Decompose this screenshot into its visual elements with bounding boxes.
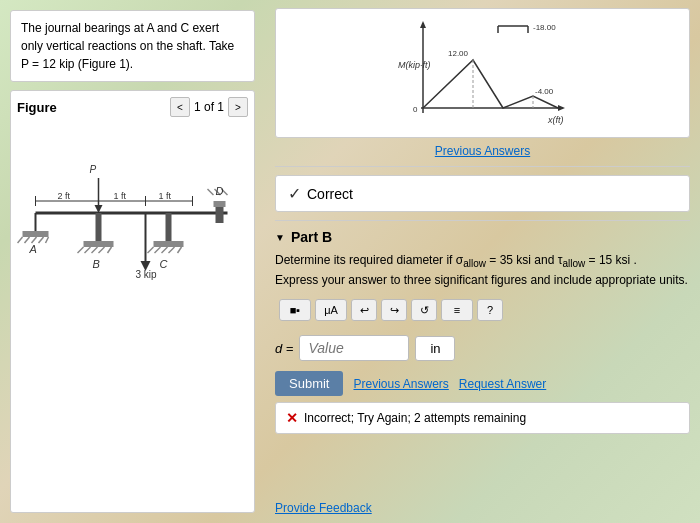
figure-header: Figure < 1 of 1 > xyxy=(17,97,248,117)
svg-text:-4.00: -4.00 xyxy=(535,87,554,96)
part-b-desc-text: Determine its required diameter if σallo… xyxy=(275,253,637,267)
svg-text:1 ft: 1 ft xyxy=(114,191,127,201)
svg-line-5 xyxy=(39,237,44,243)
correct-box: ✓ Correct xyxy=(275,175,690,212)
main-container: The journal bearings at A and C exert on… xyxy=(0,0,700,523)
part-b-desc-text2: Express your answer to three significant… xyxy=(275,273,688,287)
svg-line-21 xyxy=(162,247,168,253)
nav-prev-button[interactable]: < xyxy=(170,97,190,117)
svg-marker-50 xyxy=(558,105,565,111)
svg-line-2 xyxy=(18,237,23,243)
format-icon: ■▪ xyxy=(290,304,301,316)
svg-text:A: A xyxy=(29,243,37,255)
svg-rect-8 xyxy=(96,213,102,243)
graph-area: 12.00 -4.00 -18.00 M(kip·ft) x(ft) 0 xyxy=(275,8,690,138)
svg-text:1 ft: 1 ft xyxy=(159,191,172,201)
undo-button[interactable]: ↩ xyxy=(351,299,377,321)
svg-line-14 xyxy=(108,247,112,253)
value-input[interactable] xyxy=(299,335,409,361)
unit-label: in xyxy=(430,341,440,356)
redo-button[interactable]: ↪ xyxy=(381,299,407,321)
svg-line-11 xyxy=(85,247,91,253)
svg-rect-17 xyxy=(166,213,172,243)
prev-answers-link[interactable]: Previous Answers xyxy=(275,144,690,158)
part-b-description: Determine its required diameter if σallo… xyxy=(275,251,690,289)
svg-rect-25 xyxy=(214,201,226,207)
svg-rect-9 xyxy=(84,241,114,247)
svg-rect-18 xyxy=(154,241,184,247)
d-label: d = xyxy=(275,341,293,356)
figure-area: Figure < 1 of 1 > xyxy=(10,90,255,513)
answer-input-row: d = in xyxy=(275,331,690,365)
mu-button[interactable]: μA xyxy=(315,299,347,321)
svg-text:M(kip·ft): M(kip·ft) xyxy=(398,60,431,70)
mu-icon: μA xyxy=(324,304,338,316)
svg-text:0: 0 xyxy=(413,105,418,114)
left-panel: The journal bearings at A and C exert on… xyxy=(0,0,265,523)
moment-diagram-svg: 12.00 -4.00 -18.00 M(kip·ft) x(ft) 0 xyxy=(393,18,573,128)
svg-line-19 xyxy=(148,247,154,253)
reset-icon: ↺ xyxy=(420,304,429,317)
figure-nav: < 1 of 1 > xyxy=(170,97,248,117)
request-answer-button[interactable]: Request Answer xyxy=(459,377,546,391)
svg-text:D: D xyxy=(216,185,224,197)
incorrect-box: ✕ Incorrect; Try Again; 2 attempts remai… xyxy=(275,402,690,434)
submit-button[interactable]: Submit xyxy=(275,371,343,396)
provide-feedback-link[interactable]: Provide Feedback xyxy=(275,501,690,515)
nav-next-button[interactable]: > xyxy=(228,97,248,117)
reset-button[interactable]: ↺ xyxy=(411,299,437,321)
figure-diagram: A B C D 3 kip 2 ft xyxy=(17,123,248,506)
svg-line-20 xyxy=(155,247,161,253)
svg-text:P: P xyxy=(90,164,97,175)
problem-statement: The journal bearings at A and C exert on… xyxy=(21,21,234,71)
svg-text:C: C xyxy=(160,258,168,270)
svg-line-26 xyxy=(208,189,214,195)
correct-label: Correct xyxy=(307,186,353,202)
help-button[interactable]: ? xyxy=(477,299,503,321)
svg-text:B: B xyxy=(93,258,100,270)
unit-box: in xyxy=(415,336,455,361)
redo-icon: ↪ xyxy=(390,304,399,317)
separator-2 xyxy=(275,220,690,221)
svg-rect-1 xyxy=(23,231,49,237)
toolbar: ■▪ μA ↩ ↪ ↺ ≡ ? xyxy=(275,295,690,325)
incorrect-message: Incorrect; Try Again; 2 attempts remaini… xyxy=(304,411,526,425)
prev-answers-button[interactable]: Previous Answers xyxy=(353,377,448,391)
svg-line-13 xyxy=(99,247,105,253)
svg-text:x(ft): x(ft) xyxy=(547,115,564,125)
svg-line-23 xyxy=(178,247,182,253)
nav-counter: 1 of 1 xyxy=(194,100,224,114)
submit-row: Submit Previous Answers Request Answer xyxy=(275,371,690,396)
figure-label: Figure xyxy=(17,100,57,115)
svg-marker-49 xyxy=(420,21,426,28)
svg-line-10 xyxy=(78,247,84,253)
x-icon: ✕ xyxy=(286,410,298,426)
triangle-icon: ▼ xyxy=(275,232,285,243)
part-b-header: ▼ Part B xyxy=(275,229,690,245)
svg-text:2 ft: 2 ft xyxy=(58,191,71,201)
svg-line-6 xyxy=(46,237,49,243)
svg-line-12 xyxy=(92,247,98,253)
checkmark-icon: ✓ xyxy=(288,184,301,203)
part-b-title: Part B xyxy=(291,229,332,245)
more-button[interactable]: ≡ xyxy=(441,299,473,321)
help-icon: ? xyxy=(487,304,493,316)
svg-line-22 xyxy=(169,247,175,253)
problem-text: The journal bearings at A and C exert on… xyxy=(10,10,255,82)
svg-text:3 kip: 3 kip xyxy=(136,269,158,280)
svg-text:12.00: 12.00 xyxy=(448,49,469,58)
separator-1 xyxy=(275,166,690,167)
more-icon: ≡ xyxy=(454,304,460,316)
right-panel: 12.00 -4.00 -18.00 M(kip·ft) x(ft) 0 Pre… xyxy=(265,0,700,523)
undo-icon: ↩ xyxy=(360,304,369,317)
format-button[interactable]: ■▪ xyxy=(279,299,311,321)
shaft-diagram-svg: A B C D 3 kip 2 ft xyxy=(17,123,248,283)
svg-text:-18.00: -18.00 xyxy=(533,23,556,32)
